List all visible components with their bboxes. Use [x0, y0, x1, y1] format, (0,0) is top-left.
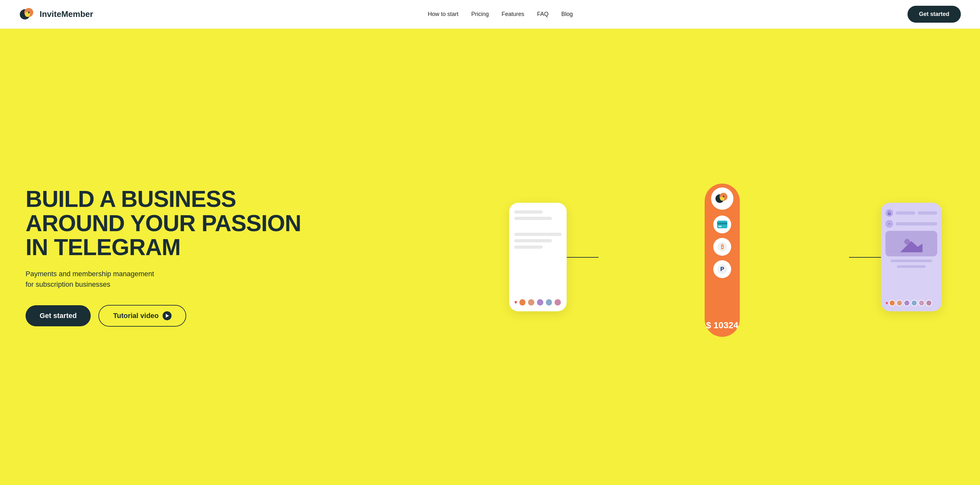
nav-how-to-start[interactable]: How to start — [428, 11, 458, 17]
logo-area: + InviteMember — [19, 6, 93, 23]
phone-left-mock: ♥ — [509, 203, 567, 311]
phone-left-avatars: ♥ — [514, 299, 562, 306]
hero-section: BUILD A BUSINESS AROUND YOUR PASSION IN … — [0, 29, 980, 485]
svg-text:+: + — [27, 10, 30, 15]
hero-get-started-button[interactable]: Get started — [25, 305, 91, 326]
hero-title: BUILD A BUSINESS AROUND YOUR PASSION IN … — [25, 187, 477, 259]
hero-illustration: ♥ + — [490, 174, 955, 340]
navbar-get-started-button[interactable]: Get started — [907, 6, 961, 23]
pr-line-1 — [896, 211, 915, 215]
pr-small-line-2 — [897, 266, 925, 268]
phone-line-5 — [514, 245, 543, 249]
lock-icon — [885, 209, 893, 217]
phone-right-mock: ♥ — [881, 203, 942, 311]
phone-line-3 — [514, 233, 562, 236]
svg-text:+: + — [722, 194, 724, 199]
center-pill: + ₿ P — [705, 184, 740, 337]
phone-line-1 — [514, 210, 543, 214]
avatar-r2 — [896, 300, 903, 306]
avatar-4 — [545, 299, 553, 306]
svg-text:P: P — [720, 266, 724, 272]
nav-pricing[interactable]: Pricing — [471, 11, 489, 17]
avatar-r5 — [918, 300, 925, 306]
pill-amount: $ 10324 — [706, 320, 738, 331]
pr-small-line-1 — [891, 259, 932, 262]
avatar-r6 — [926, 300, 932, 306]
svg-rect-9 — [717, 223, 727, 224]
phone-right-row-2 — [885, 220, 937, 227]
connect-line-left — [567, 257, 598, 258]
navbar: + InviteMember How to start Pricing Feat… — [0, 0, 980, 29]
avatar-r1 — [889, 300, 895, 306]
logo-text: InviteMember — [40, 9, 93, 19]
hero-buttons: Get started Tutorial video — [25, 305, 477, 327]
svg-rect-10 — [718, 226, 722, 227]
nav-faq[interactable]: FAQ — [537, 11, 549, 17]
avatar-5 — [554, 299, 562, 306]
video-icon — [885, 220, 893, 227]
avatar-2 — [527, 299, 535, 306]
paypal-icon: P — [713, 260, 731, 278]
nav-links: How to start Pricing Features FAQ Blog — [428, 11, 573, 17]
phone-right-row-1 — [885, 209, 937, 217]
bitcoin-icon: ₿ — [713, 238, 731, 256]
image-block — [885, 231, 937, 256]
avatar-1 — [519, 299, 527, 306]
phone-line-2 — [514, 217, 552, 220]
avatar-3 — [536, 299, 544, 306]
hero-left: BUILD A BUSINESS AROUND YOUR PASSION IN … — [25, 187, 490, 327]
logo-icon: + — [19, 6, 36, 23]
pr-line-2 — [918, 211, 937, 215]
pr-line-3 — [896, 222, 937, 226]
credit-card-icon — [713, 216, 731, 234]
nav-features[interactable]: Features — [501, 11, 524, 17]
play-icon — [162, 311, 172, 320]
pill-logo: + — [711, 188, 733, 210]
phone-right-avatars: ♥ — [885, 300, 937, 306]
avatar-r4 — [911, 300, 917, 306]
svg-rect-15 — [888, 213, 891, 215]
phone-line-4 — [514, 239, 552, 242]
svg-text:₿: ₿ — [721, 243, 724, 250]
connect-line-right — [849, 257, 881, 258]
nav-blog[interactable]: Blog — [561, 11, 573, 17]
hero-subtitle: Payments and membership managementfor su… — [25, 269, 477, 289]
avatar-r3 — [904, 300, 910, 306]
hero-tutorial-button[interactable]: Tutorial video — [99, 305, 186, 327]
